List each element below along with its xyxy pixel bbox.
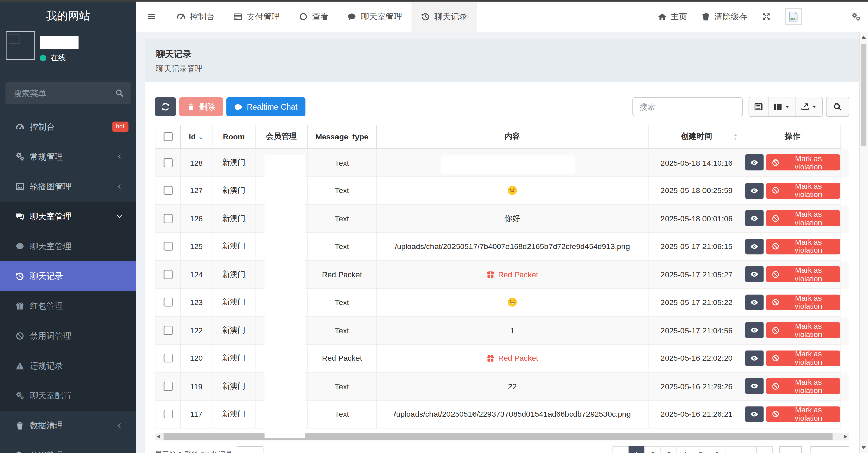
table-search-input[interactable] [632,97,743,116]
page-ellipsis-button[interactable]: … [725,446,757,453]
row-checkbox[interactable] [163,158,172,167]
caret-down-icon [254,452,259,453]
column-header-message-type[interactable]: Message_type [308,125,377,149]
realtime-chat-button[interactable]: Realtime Chat [226,97,305,116]
select-all-checkbox[interactable] [163,132,172,141]
tab-view[interactable]: 查看 [289,2,338,32]
menu-search-input[interactable] [5,82,131,104]
delete-button[interactable]: 删除 [179,97,223,116]
row-checkbox[interactable] [163,186,172,195]
page-button-active[interactable]: 1 [629,446,645,453]
page-prev-button[interactable]: ‹ [613,446,629,453]
sidebar-toggle-button[interactable] [136,2,167,32]
comment-icon [347,12,356,21]
scroll-down-arrow-icon[interactable] [861,446,866,450]
row-checkbox[interactable] [163,326,172,335]
sidebar-item-chatroom-manage[interactable]: 聊天室管理 [0,231,136,261]
sidebar-item-label: 违规记录 [30,361,63,371]
scroll-left-arrow-icon[interactable] [157,434,160,439]
view-button[interactable] [745,239,763,254]
horizontal-scrollbar[interactable] [155,433,849,440]
row-checkbox[interactable] [163,214,172,223]
column-header-created[interactable]: 创建时间 [649,125,745,149]
page-button[interactable]: 2 [644,446,661,453]
column-header-member[interactable]: 会员管理 [256,125,308,149]
page-button[interactable]: 5 [693,446,709,453]
tab-payment-manage[interactable]: 支付管理 [224,2,289,32]
page-button[interactable]: 6 [709,446,725,453]
mark-violation-button[interactable]: Mark as violation [766,266,840,282]
scroll-right-arrow-icon[interactable] [844,434,847,439]
row-checkbox[interactable] [163,298,172,307]
vertical-scrollbar[interactable] [859,32,868,453]
columns-button[interactable] [768,97,796,117]
trash-icon [16,421,24,430]
row-checkbox[interactable] [163,354,172,363]
mark-violation-button[interactable]: Mark as violation [766,350,840,366]
sidebar-item-banned-words[interactable]: 禁用词管理 [0,321,136,351]
view-button[interactable] [745,294,763,310]
view-button[interactable] [745,350,763,366]
export-button[interactable] [795,97,823,117]
mark-violation-button[interactable]: Mark as violation [766,183,840,199]
content-cell: /uploads/chat/20250517/7b4007e168d2165b7… [377,233,649,261]
mark-violation-button[interactable]: Mark as violation [766,154,840,170]
sidebar-item-chatroom-manage-parent[interactable]: 聊天室管理 [0,202,136,231]
sidebar-item-data-clean[interactable]: 数据清理 [0,411,136,440]
page-next-button[interactable]: › [756,446,773,453]
sidebar-item-general-manage[interactable]: 常规管理 [0,142,136,172]
mark-violation-button[interactable]: Mark as violation [766,294,840,310]
mark-violation-button[interactable]: Mark as violation [766,322,840,338]
user-avatar[interactable] [785,8,802,25]
sidebar-item-chatroom-config[interactable]: 聊天室配置 [0,381,136,411]
sidebar-item-violation-records[interactable]: 违规记录 [0,351,136,381]
ban-icon [772,410,779,418]
view-button[interactable] [745,266,763,282]
tab-chatroom-manage[interactable]: 聊天室管理 [338,2,412,32]
settings-button[interactable] [851,12,860,21]
records-info: 显示第 1 到第 10 条记录 [155,446,233,453]
mark-violation-button[interactable]: Mark as violation [766,239,840,254]
detail-view-button[interactable] [749,97,769,117]
clear-cache-link[interactable]: 清除缓存 [701,11,747,22]
row-checkbox[interactable] [163,382,172,391]
home-link[interactable]: 主页 [658,11,687,22]
sidebar-item-distribution-manage[interactable]: 分销管理 [0,440,136,453]
tab-label: 支付管理 [247,11,280,22]
tab-console[interactable]: 控制台 [167,2,224,32]
view-button[interactable] [745,322,763,338]
page-jump-input[interactable] [779,446,802,453]
fullscreen-button[interactable] [762,12,771,21]
vertical-scrollbar-thumb[interactable] [861,44,866,146]
search-toggle-button[interactable] [826,97,849,117]
row-checkbox[interactable] [163,410,172,418]
mark-violation-button[interactable]: Mark as violation [766,406,840,422]
mark-violation-button[interactable]: Mark as violation [766,378,840,394]
column-header-room[interactable]: Room [212,125,255,149]
page-button[interactable]: 4 [677,446,693,453]
page-button[interactable]: 3 [660,446,677,453]
view-button[interactable] [745,154,763,170]
view-button[interactable] [745,378,763,394]
sidebar-item-carousel-manage[interactable]: 轮播图管理 [0,172,136,202]
view-button[interactable] [745,406,763,422]
refresh-button[interactable] [155,97,176,116]
sidebar-item-label: 数据清理 [30,420,63,431]
column-header-id[interactable]: Id [181,125,212,149]
row-checkbox[interactable] [163,270,172,279]
table-row: 127 新澳门 Text 2025-05-18 00:25:59 Mark as… [155,177,849,205]
sidebar-item-console[interactable]: 控制台 hot [0,112,136,141]
page-size-select[interactable] [237,446,263,453]
tab-chat-records[interactable]: 聊天记录 [411,2,477,32]
sidebar-item-redpacket-manage[interactable]: 红包管理 [0,291,136,321]
horizontal-scrollbar-thumb[interactable] [164,433,833,440]
view-button[interactable] [745,210,763,226]
page-jump-button[interactable] [810,446,849,453]
ban-icon [772,214,779,222]
view-button[interactable] [745,183,763,199]
mark-violation-button[interactable]: Mark as violation [766,210,840,226]
sidebar-item-chat-records[interactable]: 聊天记录 [0,261,136,291]
column-header-content[interactable]: 内容 [377,125,649,149]
scroll-up-arrow-icon[interactable] [861,35,866,39]
row-checkbox[interactable] [163,242,172,251]
